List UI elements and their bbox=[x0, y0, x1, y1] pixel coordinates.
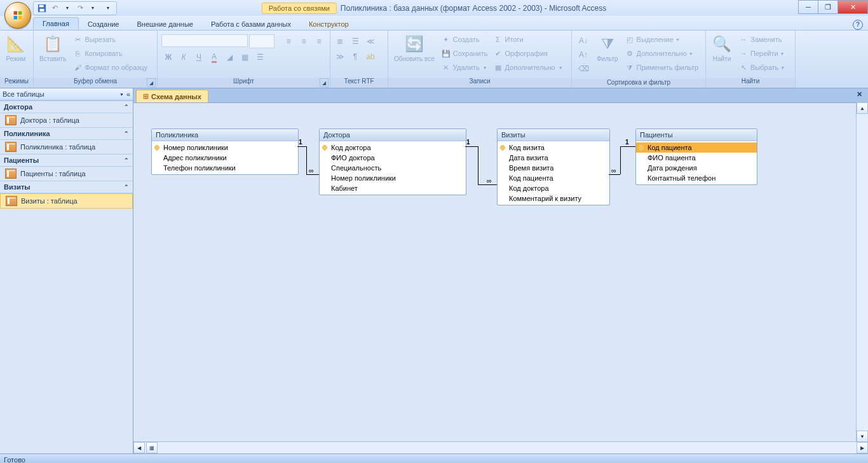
spelling-button[interactable]: ✔Орфография bbox=[491, 46, 566, 60]
scroll-right-icon[interactable]: ▶ bbox=[857, 442, 868, 453]
table-field[interactable]: Код визита bbox=[498, 142, 609, 153]
bullet-list-button[interactable]: ≣ bbox=[333, 34, 347, 48]
tab-database-tools[interactable]: Работа с базами данных bbox=[202, 18, 300, 30]
qat-customize-icon[interactable]: ▼ bbox=[102, 3, 114, 14]
table-field[interactable]: Код доктора bbox=[498, 183, 609, 193]
tab-create[interactable]: Создание bbox=[79, 18, 128, 30]
table-poliklinika[interactable]: ПоликлиникаНомер поликлиникиАдрес поликл… bbox=[151, 128, 299, 175]
nav-item[interactable]: Доктора : таблица bbox=[0, 113, 133, 127]
highlight-button[interactable]: ab bbox=[363, 50, 377, 64]
nav-group-header[interactable]: Поликлиника⌃ bbox=[0, 127, 133, 140]
table-field[interactable]: Номер поликлиники bbox=[320, 173, 466, 183]
number-list-button[interactable]: ☰ bbox=[348, 34, 362, 48]
doc-close-button[interactable]: ✕ bbox=[857, 90, 865, 99]
alt-fill-button[interactable]: ☰ bbox=[253, 50, 267, 64]
horizontal-scrollbar[interactable]: ◀ ▦ ▶ bbox=[133, 441, 868, 453]
table-field[interactable]: Номер поликлиники bbox=[152, 142, 298, 153]
tab-external-data[interactable]: Внешние данные bbox=[128, 18, 202, 30]
maximize-button[interactable]: ❐ bbox=[818, 0, 838, 14]
nav-item[interactable]: Поликлиника : таблица bbox=[0, 140, 133, 154]
cut-button[interactable]: ✂Вырезать bbox=[70, 32, 150, 46]
copy-button[interactable]: ⎘Копировать bbox=[70, 46, 150, 60]
table-field[interactable]: Дата рождения bbox=[636, 163, 757, 173]
clear-sort-button[interactable]: ⌫ bbox=[576, 62, 590, 76]
table-field[interactable]: Код пациента bbox=[498, 173, 609, 183]
table-field[interactable]: ФИО доктора bbox=[320, 153, 466, 163]
nav-collapse-icon[interactable]: « bbox=[126, 90, 130, 98]
table-field[interactable]: ФИО пациента bbox=[636, 153, 757, 163]
save-record-button[interactable]: 💾Сохранить bbox=[438, 46, 491, 60]
align-left-button[interactable]: ≡ bbox=[281, 34, 295, 48]
view-selector-icon[interactable]: ▦ bbox=[146, 442, 158, 453]
indent-inc-button[interactable]: ≫ bbox=[333, 50, 347, 64]
fill-color-button[interactable]: ◢ bbox=[222, 50, 236, 64]
scroll-down-icon[interactable]: ▼ bbox=[857, 431, 868, 442]
relationships-canvas[interactable]: ПоликлиникаНомер поликлиникиАдрес поликл… bbox=[133, 103, 868, 441]
align-center-button[interactable]: ≡ bbox=[297, 34, 311, 48]
scroll-left-icon[interactable]: ◀ bbox=[133, 442, 145, 453]
delete-record-button[interactable]: ✕Удалить▼ bbox=[438, 60, 491, 74]
align-right-button[interactable]: ≡ bbox=[312, 34, 326, 48]
office-button[interactable] bbox=[4, 2, 31, 29]
filter-button[interactable]: ⧩Фильтр bbox=[593, 32, 622, 64]
help-icon[interactable]: ? bbox=[853, 20, 863, 30]
minimize-button[interactable]: ─ bbox=[798, 0, 818, 14]
close-button[interactable]: ✕ bbox=[837, 0, 868, 14]
redo-dropdown-icon[interactable]: ▼ bbox=[87, 3, 98, 14]
nav-group-header[interactable]: Доктора⌃ bbox=[0, 100, 133, 113]
replace-button[interactable]: ↔Заменить bbox=[736, 32, 787, 46]
table-pacienty[interactable]: ПациентыКод пациентаФИО пациентаДата рож… bbox=[635, 128, 757, 185]
table-header[interactable]: Визиты bbox=[498, 129, 609, 141]
select-button[interactable]: ↖Выбрать▼ bbox=[736, 60, 787, 74]
sort-asc-button[interactable]: A↓ bbox=[576, 34, 590, 48]
redo-icon[interactable]: ↷ bbox=[74, 3, 86, 14]
gridlines-button[interactable]: ▦ bbox=[238, 50, 252, 64]
nav-dropdown-icon[interactable]: ▼ bbox=[119, 92, 124, 97]
goto-button[interactable]: →Перейти▼ bbox=[736, 46, 787, 60]
indent-dec-button[interactable]: ≪ bbox=[363, 34, 377, 48]
table-field[interactable]: Код пациента bbox=[636, 142, 757, 153]
undo-dropdown-icon[interactable]: ▼ bbox=[62, 3, 73, 14]
vertical-scrollbar[interactable]: ▲ ▼ bbox=[856, 102, 868, 442]
nav-group-header[interactable]: Визиты⌃ bbox=[0, 181, 133, 193]
font-size-combo[interactable] bbox=[249, 34, 275, 48]
tab-home[interactable]: Главная bbox=[33, 17, 79, 30]
selection-filter-button[interactable]: ◰Выделение▼ bbox=[622, 32, 702, 46]
table-field[interactable]: Код доктора bbox=[320, 142, 466, 153]
table-header[interactable]: Поликлиника bbox=[152, 129, 298, 141]
italic-button[interactable]: К bbox=[177, 50, 191, 64]
nav-group-header[interactable]: Пациенты⌃ bbox=[0, 154, 133, 167]
sort-desc-button[interactable]: A↑ bbox=[576, 48, 590, 62]
table-field[interactable]: Телефон поликлиники bbox=[152, 163, 298, 173]
font-dialog-launcher[interactable]: ◢ bbox=[320, 78, 329, 87]
nav-item[interactable]: Пациенты : таблица bbox=[0, 167, 133, 181]
clipboard-dialog-launcher[interactable]: ◢ bbox=[147, 78, 156, 87]
more-records-button[interactable]: ▦Дополнительно▼ bbox=[491, 60, 566, 74]
table-field[interactable]: Дата визита bbox=[498, 153, 609, 163]
find-button[interactable]: 🔍Найти bbox=[708, 32, 736, 64]
new-record-button[interactable]: ✦Создать bbox=[438, 32, 491, 46]
tab-constructor[interactable]: Конструктор bbox=[300, 18, 358, 30]
table-field[interactable]: Специальность bbox=[320, 163, 466, 173]
font-color-button[interactable]: A bbox=[207, 50, 221, 64]
table-field[interactable]: Комментарий к визиту bbox=[498, 193, 609, 204]
nav-header[interactable]: Все таблицы ▼« bbox=[0, 88, 133, 100]
table-doktora[interactable]: ДоктораКод доктораФИО доктораСпециальнос… bbox=[319, 128, 466, 195]
scroll-up-icon[interactable]: ▲ bbox=[857, 102, 868, 114]
table-field[interactable]: Время визита bbox=[498, 163, 609, 173]
table-header[interactable]: Доктора bbox=[320, 129, 466, 141]
save-icon[interactable] bbox=[36, 3, 48, 14]
totals-button[interactable]: ΣИтоги bbox=[491, 32, 566, 46]
table-field[interactable]: Контактный телефон bbox=[636, 173, 757, 183]
paste-button[interactable]: 📋Вставить bbox=[36, 32, 70, 64]
undo-icon[interactable]: ↶ bbox=[49, 3, 60, 14]
doc-tab-schema[interactable]: ⊞ Схема данных bbox=[136, 90, 208, 102]
table-header[interactable]: Пациенты bbox=[636, 129, 757, 141]
table-field[interactable]: Адрес поликлиники bbox=[152, 153, 298, 163]
text-dir-button[interactable]: ¶ bbox=[348, 50, 362, 64]
table-vizity[interactable]: ВизитыКод визитаДата визитаВремя визитаК… bbox=[497, 128, 610, 205]
table-field[interactable]: Кабинет bbox=[320, 183, 466, 193]
font-family-combo[interactable] bbox=[161, 34, 248, 47]
view-mode-button[interactable]: 📐Режим bbox=[2, 32, 30, 64]
format-painter-button[interactable]: 🖌Формат по образцу bbox=[70, 60, 150, 74]
